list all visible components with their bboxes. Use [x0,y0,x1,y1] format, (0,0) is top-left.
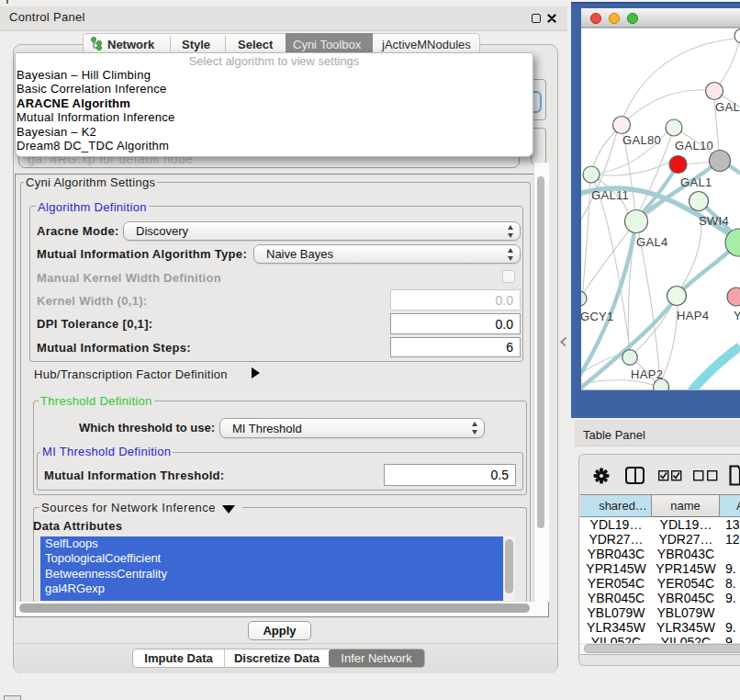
svg-text:GAL11: GAL11 [591,188,629,202]
svg-text:GCY1: GCY1 [580,310,614,323]
svg-text:HAP4: HAP4 [677,309,709,322]
svg-text:GAL4: GAL4 [636,235,667,249]
svg-text:GAL80: GAL80 [622,133,661,147]
svg-text:GAL1: GAL1 [680,175,712,189]
svg-text:Y: Y [734,309,740,322]
svg-text:SWI4: SWI4 [699,214,729,228]
svg-text:HAP2: HAP2 [631,367,663,381]
svg-text:GAL: GAL [715,100,740,114]
svg-text:GAL10: GAL10 [675,139,713,152]
